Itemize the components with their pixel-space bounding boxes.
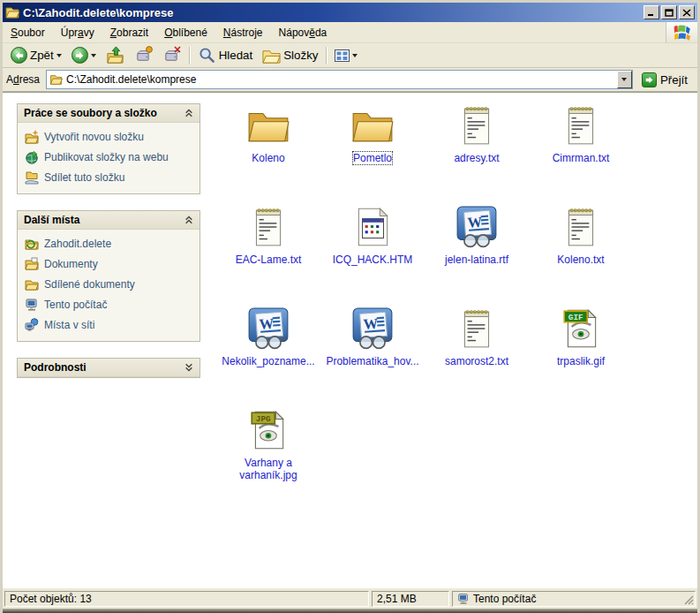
parent-folder-icon (25, 237, 39, 251)
forward-icon (72, 47, 88, 64)
file-item[interactable]: ICQ_HACK.HTM (320, 200, 425, 301)
views-dropdown-icon (352, 54, 358, 60)
task-publish-folder[interactable]: Publikovat složky na webu (25, 150, 194, 164)
map-drive-icon (134, 46, 153, 64)
text-file-icon (455, 103, 499, 148)
menu-upravy[interactable]: Úpravy (53, 22, 102, 42)
menu-zobrazit[interactable]: Zobrazit (102, 22, 156, 42)
panel-title: Práce se soubory a složko (24, 107, 157, 119)
file-item[interactable]: JPG Varhany a varhaník.jpg (216, 403, 320, 504)
folders-label: Složky (283, 49, 318, 62)
go-icon (642, 72, 657, 87)
panel-details: Podrobnosti (17, 358, 200, 378)
file-item[interactable]: Koleno.txt (529, 200, 633, 301)
word-document-icon (350, 306, 395, 351)
place-mista-v-siti[interactable]: Místa v síti (25, 318, 194, 332)
chevron-up-icon (184, 109, 193, 117)
place-tento-pocitac[interactable]: Tento počítač (25, 298, 194, 312)
file-item[interactable]: adresy.txt (425, 98, 529, 200)
views-icon (335, 49, 350, 62)
svg-text:JPG: JPG (256, 414, 271, 424)
folders-button[interactable]: Složky (258, 43, 322, 67)
file-item[interactable]: Koleno (216, 98, 320, 200)
file-item[interactable]: Cimrman.txt (529, 98, 633, 200)
address-dropdown-button[interactable] (617, 71, 632, 88)
back-icon (11, 47, 27, 64)
up-button[interactable] (102, 43, 129, 67)
maximize-button[interactable] (661, 5, 677, 19)
file-item[interactable]: samorost2.txt (425, 301, 529, 403)
status-bar: Počet objektů: 13 2,51 MB Tento počítač (3, 587, 697, 609)
place-zahodit-delete[interactable]: Zahodit.delete (25, 237, 194, 251)
file-area[interactable]: Koleno Pometlo adresy.txt Cimrman.txt EA… (215, 93, 697, 587)
address-input[interactable]: C:\Zahodit.delete\komprese (46, 70, 633, 89)
folder-icon (350, 103, 395, 148)
panel-other-places-header[interactable]: Další místa (18, 211, 199, 230)
file-item[interactable]: Pometlo (320, 98, 425, 200)
task-create-folder[interactable]: Vytvořit novou složku (25, 130, 194, 144)
text-file-icon (559, 205, 603, 249)
disconnect-drive-icon (162, 46, 181, 64)
resize-grip[interactable] (683, 594, 694, 605)
documents-folder-icon (25, 257, 39, 271)
sidebar: Práce se soubory a složko Vytvořit novou… (3, 93, 215, 587)
panel-details-header[interactable]: Podrobnosti (18, 359, 199, 377)
task-share-folder[interactable]: Sdílet tuto složku (25, 170, 194, 185)
menu-bar: Soubor Úpravy Zobrazit Oblíbené Nástroje… (3, 22, 697, 43)
status-zone: Tento počítač (452, 591, 696, 607)
network-places-icon (25, 318, 39, 332)
text-file-icon (559, 103, 603, 148)
panel-other-places: Další místa Zahodit.delete Dokumenty Sdí… (17, 210, 200, 342)
file-item[interactable]: EAC-Lame.txt (216, 200, 320, 301)
place-dokumenty[interactable]: Dokumenty (25, 257, 194, 271)
search-label: Hledat (219, 49, 253, 62)
toolbar-separator (189, 47, 190, 64)
my-computer-icon (25, 298, 39, 312)
address-bar: Adresa C:\Zahodit.delete\komprese Přejít (3, 68, 697, 92)
back-label: Zpět (30, 49, 54, 62)
back-button[interactable]: Zpět (6, 44, 66, 66)
chevron-down-icon (184, 363, 193, 372)
word-document-icon (246, 306, 290, 351)
map-drive-button[interactable] (130, 43, 157, 67)
web-publish-icon (25, 150, 39, 164)
menu-oblibene[interactable]: Oblíbené (156, 22, 215, 42)
text-file-icon (246, 205, 290, 249)
forward-dropdown-icon (91, 54, 96, 60)
panel-file-tasks-header[interactable]: Práce se soubory a složko (18, 104, 199, 123)
menu-nastroje[interactable]: Nástroje (215, 22, 271, 42)
share-folder-icon (25, 170, 39, 185)
jpg-image-icon: JPG (246, 408, 290, 452)
content-area: Práce se soubory a složko Vytvořit novou… (3, 92, 697, 587)
menu-soubor[interactable]: Soubor (3, 22, 53, 42)
disconnect-drive-button[interactable] (158, 43, 185, 67)
status-object-count: Počet objektů: 13 (4, 591, 369, 607)
focused-file-label: Pometlo (353, 152, 392, 164)
file-item[interactable]: Problematika_hov... (320, 301, 425, 403)
folder-icon (246, 103, 290, 148)
windows-logo (666, 22, 697, 42)
forward-button[interactable] (67, 44, 101, 66)
views-button[interactable] (330, 47, 362, 64)
folder-icon (5, 5, 19, 19)
panel-file-tasks: Práce se soubory a složko Vytvořit novou… (17, 103, 200, 194)
menu-napoveda[interactable]: Nápověda (271, 22, 335, 42)
svg-text:GIF: GIF (568, 313, 583, 322)
folder-icon (49, 73, 63, 86)
chevron-up-icon (184, 216, 193, 224)
place-sdilene-dokumenty[interactable]: Sdílené dokumenty (25, 277, 194, 291)
minimize-button[interactable] (644, 5, 659, 19)
up-folder-icon (106, 46, 124, 64)
file-item[interactable]: jelen-latina.rtf (425, 200, 529, 301)
search-button[interactable]: Hledat (193, 43, 258, 67)
file-item[interactable]: Nekolik_pozname... (216, 301, 320, 403)
file-item[interactable]: GIF trpaslik.gif (529, 301, 633, 403)
panel-title: Další místa (24, 214, 79, 226)
back-dropdown-icon (56, 54, 62, 60)
text-file-icon (455, 306, 499, 351)
close-button[interactable] (679, 5, 695, 19)
go-label: Přejít (660, 73, 688, 87)
toolbar-separator (326, 47, 327, 64)
title-bar[interactable]: C:\Zahodit.delete\komprese (3, 3, 697, 22)
go-button[interactable]: Přejít (637, 70, 694, 90)
